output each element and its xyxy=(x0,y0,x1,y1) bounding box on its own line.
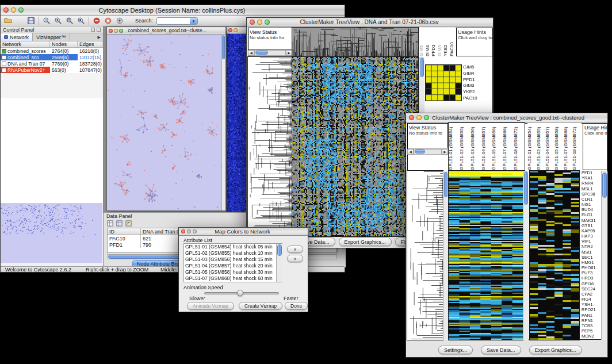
tv1-similarity-matrix[interactable] xyxy=(426,65,461,101)
network-tree-row[interactable]: combined_sco2569(6)13112(15) xyxy=(1,54,103,60)
move-down-button[interactable]: ∨ xyxy=(287,255,303,262)
network-tree-row[interactable]: combined_scores2764(0)16218(0) xyxy=(1,48,103,54)
minimize-icon[interactable] xyxy=(114,29,118,33)
tv2-mini-hscrollbar[interactable]: ◀ ▶ xyxy=(407,148,448,155)
dense-network-canvas[interactable] xyxy=(227,34,248,214)
tv2-row-dendrogram[interactable] xyxy=(407,171,443,340)
open-session-icon[interactable] xyxy=(4,17,12,25)
close-icon[interactable] xyxy=(409,115,414,120)
network-name: combined_scores xyxy=(7,48,46,54)
tv1-heatmap[interactable] xyxy=(292,57,418,236)
network-overview-thumbnail[interactable] xyxy=(1,203,102,263)
map-colors-dialog: Map Colors to Network Attribute List GPL… xyxy=(178,227,308,312)
network-vscrollbar[interactable] xyxy=(221,35,225,210)
tv2-heatmap[interactable] xyxy=(449,171,523,340)
network-tree-row[interactable]: DNA and Tran 077769(0)183728(0) xyxy=(1,60,103,67)
dialog-titlebar[interactable]: Map Colors to Network xyxy=(179,228,308,236)
minimize-icon[interactable] xyxy=(416,115,422,120)
minimize-icon[interactable] xyxy=(11,7,16,13)
scroll-track[interactable] xyxy=(414,149,442,155)
tab-overflow-icon[interactable]: ▶ xyxy=(95,33,103,41)
header-nodes[interactable]: Nodes xyxy=(50,41,78,47)
tv2-titlebar[interactable]: ClusterMaker TreeView : combined_scores_… xyxy=(406,113,607,122)
close-icon[interactable] xyxy=(250,20,255,25)
tv2-dendrogram-vscrollbar[interactable] xyxy=(443,171,448,340)
network-canvas[interactable] xyxy=(107,35,221,210)
create-vizmap-button[interactable]: Create Vizmap xyxy=(239,302,282,310)
zoom-out-icon[interactable] xyxy=(43,17,51,25)
minimize-icon[interactable] xyxy=(234,28,238,32)
misc-tool-icon-3[interactable] xyxy=(116,17,124,25)
tv2-right-vscrollbar[interactable] xyxy=(601,171,607,340)
save-session-icon[interactable] xyxy=(27,17,35,25)
tv1-mini-hscrollbar[interactable]: ◀ ▶ xyxy=(248,49,292,56)
attribute-list-item[interactable]: GPL51-04 (GSM857) heat shock 20 min xyxy=(184,263,276,269)
move-up-button[interactable]: ∧ xyxy=(287,246,303,253)
gene-label: GPI16 xyxy=(582,282,601,286)
tv1-column-dendrogram[interactable] xyxy=(292,28,418,56)
tv2-button-row: Settings... Save Data... Export Graphics… xyxy=(438,346,582,354)
combo-arrow-icon[interactable]: ▾ xyxy=(190,18,197,24)
network-window-titlebar[interactable]: combined_scores_good.txt--cluste... xyxy=(107,27,225,35)
header-network[interactable]: Network xyxy=(1,41,50,47)
scroll-right-icon[interactable]: ▶ xyxy=(286,50,292,56)
attribute-list-item[interactable]: GPL51-02 (GSM855) heat shock 10 min xyxy=(184,250,276,256)
tv1-column-label: GIM4 xyxy=(426,28,432,56)
animate-vizmap-button[interactable]: Animate Vizmap xyxy=(187,302,234,310)
attribute-list-item[interactable]: GPL51-07 (GSM868) heat shock 60 min xyxy=(184,275,276,282)
scroll-left-icon[interactable]: ◀ xyxy=(248,50,254,56)
slower-label: Slower xyxy=(189,296,205,301)
scroll-track[interactable] xyxy=(254,50,286,56)
table-icon[interactable] xyxy=(107,220,113,227)
minimize-icon[interactable] xyxy=(257,20,262,25)
tv2-secondary-heatmap[interactable] xyxy=(530,171,579,340)
zoom-fit-icon[interactable] xyxy=(66,17,74,25)
speed-slider-thumb[interactable] xyxy=(237,290,243,296)
zoom-selected-icon[interactable] xyxy=(77,17,85,25)
attribute-list-item[interactable]: GPL51-05 (GSM858) heat shock 30 min xyxy=(184,269,276,275)
misc-tool-icon-2[interactable] xyxy=(104,17,112,25)
maximize-icon[interactable] xyxy=(424,115,429,120)
tv1-titlebar[interactable]: ClusterMaker TreeView : DNA and Tran 07-… xyxy=(247,18,493,27)
network-view-window[interactable]: combined_scores_good.txt--cluste... xyxy=(106,26,226,211)
zoom-in-icon[interactable] xyxy=(54,17,62,25)
attribute-id-cell: PAC10 xyxy=(108,235,141,242)
select-attributes-icon[interactable] xyxy=(116,220,123,227)
maximize-icon[interactable] xyxy=(265,20,270,25)
tv2-column-label-right: GPL51-07 (GSM868) xyxy=(564,123,573,170)
tv1-matrix-labels: GIM5GIM4PFD1GIM3YKE2PAC10 xyxy=(463,65,489,101)
attribute-list-item[interactable]: GPL51-01 (GSM854) heat shock 05 min xyxy=(184,244,276,250)
list-vscrollbar[interactable] xyxy=(276,244,282,282)
tab-network[interactable]: Network xyxy=(1,33,33,41)
tv2-heatmap-vscrollbar[interactable] xyxy=(523,171,529,340)
tab-vizmapper[interactable]: VizMapper™ xyxy=(33,33,70,41)
done-button[interactable]: Done xyxy=(285,302,308,310)
main-titlebar[interactable]: Cytoscape Desktop (Session Name: collins… xyxy=(1,5,345,16)
gene-label: YRA1 xyxy=(582,176,601,181)
search-combobox[interactable]: ▾ xyxy=(156,17,198,25)
header-id[interactable]: ID xyxy=(108,228,141,235)
close-panel-icon[interactable] xyxy=(97,28,101,32)
export-graphics-button[interactable]: Export Graphics... xyxy=(339,237,392,246)
export-graphics-button[interactable]: Export Graphics... xyxy=(529,346,582,354)
settings-button[interactable]: Settings... xyxy=(438,346,473,354)
maximize-icon[interactable] xyxy=(18,7,24,13)
network-name: DNA and Tran 07 xyxy=(7,61,45,67)
attribute-list-item[interactable]: GPL51-03 (GSM856) heat shock 15 min xyxy=(184,256,276,263)
close-icon[interactable] xyxy=(109,29,113,33)
attribute-listbox[interactable]: GPL51-01 (GSM854) heat shock 05 minGPL51… xyxy=(183,243,282,282)
close-icon[interactable] xyxy=(3,7,9,13)
tv1-row-dendrogram[interactable] xyxy=(248,57,292,236)
function-builder-icon[interactable] xyxy=(125,220,132,227)
maximize-icon[interactable] xyxy=(119,29,123,33)
close-icon[interactable] xyxy=(181,229,185,233)
tv1-usage-hints-panel: Usage Hints Click and drag to xyxy=(456,28,493,56)
misc-tool-icon-1[interactable] xyxy=(93,17,101,25)
save-data-button[interactable]: Save Data... xyxy=(481,346,521,354)
scroll-left-icon[interactable]: ◀ xyxy=(407,149,414,155)
header-edges[interactable]: Edges xyxy=(78,41,102,47)
network-tree-row[interactable]: RNAPuberNov2+563(0)107847(0) xyxy=(1,67,103,73)
scroll-right-icon[interactable]: ▶ xyxy=(442,149,448,155)
float-panel-icon[interactable] xyxy=(91,28,95,32)
close-icon[interactable] xyxy=(228,28,232,32)
